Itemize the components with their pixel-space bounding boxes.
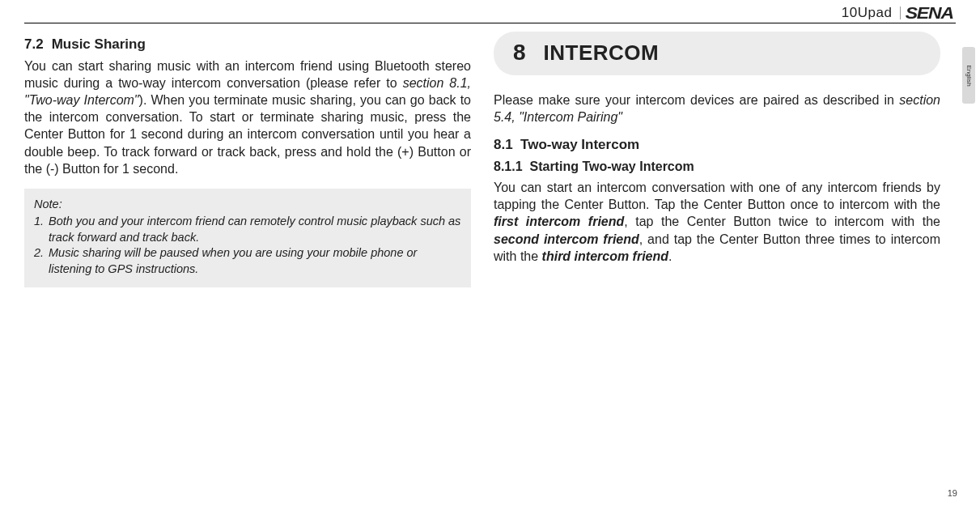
note-item-1: 1. Both you and your intercom friend can… xyxy=(34,214,461,245)
note-index: 1. xyxy=(34,214,49,245)
header-bar: 10Upad SENA xyxy=(24,0,956,23)
language-tab-label: English xyxy=(965,65,973,86)
bold-italic-term: third intercom friend xyxy=(542,249,668,263)
top-rule xyxy=(24,23,956,23)
content-columns: 7.2Music Sharing You can start sharing m… xyxy=(24,32,956,287)
bold-italic-term: second intercom friend xyxy=(494,232,639,246)
left-column: 7.2Music Sharing You can start sharing m… xyxy=(24,32,471,287)
subsection-title: Starting Two-way Intercom xyxy=(529,159,694,173)
section-8-1-heading: 8.1 Two-way Intercom xyxy=(494,137,940,153)
chapter-number: 8 xyxy=(513,40,526,66)
section-7-2-heading: 7.2Music Sharing xyxy=(24,36,471,53)
section-title: Music Sharing xyxy=(52,36,146,52)
section-8-1-1-heading: 8.1.1 Starting Two-way Intercom xyxy=(494,159,940,174)
product-name: 10Upad xyxy=(842,5,893,21)
subsection-number: 8.1.1 xyxy=(494,159,523,173)
divider-icon xyxy=(900,6,901,19)
right-column: 8 INTERCOM Please make sure your interco… xyxy=(494,32,940,287)
section-8-1-1-body: You can start an intercom conversation w… xyxy=(494,179,940,265)
language-tab: English xyxy=(962,47,975,104)
note-text: Both you and your intercom friend can re… xyxy=(49,214,461,245)
section-number: 7.2 xyxy=(24,36,44,52)
page-root: 10Upad SENA English 7.2Music Sharing You… xyxy=(0,0,980,506)
bold-italic-term: first intercom friend xyxy=(494,215,624,228)
section-number: 8.1 xyxy=(494,137,513,152)
intro-text: Please make sure your intercom devices a… xyxy=(494,93,899,107)
note-title: Note: xyxy=(34,197,461,213)
body-text: You can start an intercom conversation w… xyxy=(494,181,940,211)
body-text: . xyxy=(668,249,672,263)
note-box: Note: 1. Both you and your intercom frie… xyxy=(24,189,471,287)
section-title: Two-way Intercom xyxy=(520,137,639,152)
note-text: Music sharing will be paused when you ar… xyxy=(49,245,461,277)
body-text: , tap the Center Button twice to interco… xyxy=(624,215,940,228)
chapter-title: INTERCOM xyxy=(544,40,660,66)
chapter-intro: Please make sure your intercom devices a… xyxy=(494,91,940,125)
brand-logo: SENA xyxy=(906,4,959,23)
note-index: 2. xyxy=(34,245,49,277)
note-item-2: 2. Music sharing will be paused when you… xyxy=(34,245,461,277)
page-number: 19 xyxy=(948,488,957,498)
section-7-2-body: You can start sharing music with an inte… xyxy=(24,57,471,177)
chapter-banner: 8 INTERCOM xyxy=(494,32,940,75)
